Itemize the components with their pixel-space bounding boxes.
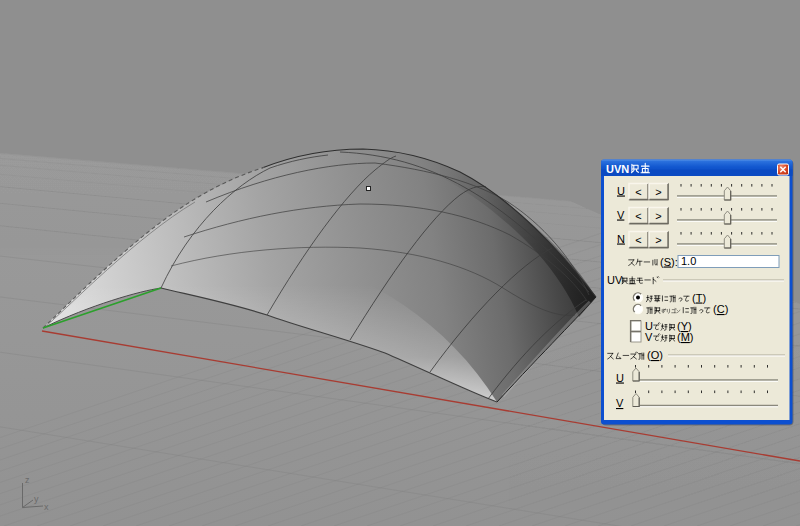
svg-text:V: V	[645, 331, 653, 343]
svg-text:x: x	[44, 502, 49, 512]
svg-text:>: >	[655, 186, 661, 198]
svg-text:(S):: (S):	[660, 256, 678, 268]
svg-text:V: V	[616, 397, 624, 409]
svg-text:>: >	[655, 234, 661, 246]
svg-text:U: U	[616, 372, 624, 384]
svg-text:y: y	[34, 494, 39, 504]
svg-text:(C): (C)	[713, 303, 728, 315]
svg-text:UVN: UVN	[606, 163, 629, 175]
svg-text:(O): (O)	[647, 349, 663, 361]
svg-text:<: <	[635, 234, 641, 246]
svg-text:(M): (M)	[677, 331, 694, 343]
svg-text:1.0: 1.0	[681, 255, 696, 267]
svg-text:(T): (T)	[692, 292, 706, 304]
svg-text:>: >	[655, 210, 661, 222]
svg-text:<: <	[635, 186, 641, 198]
svg-text:V: V	[617, 209, 625, 221]
svg-text:N: N	[617, 233, 625, 245]
svg-text:z: z	[25, 475, 30, 485]
svg-text:UV: UV	[607, 274, 623, 286]
svg-text:U: U	[617, 185, 625, 197]
svg-text:<: <	[635, 210, 641, 222]
